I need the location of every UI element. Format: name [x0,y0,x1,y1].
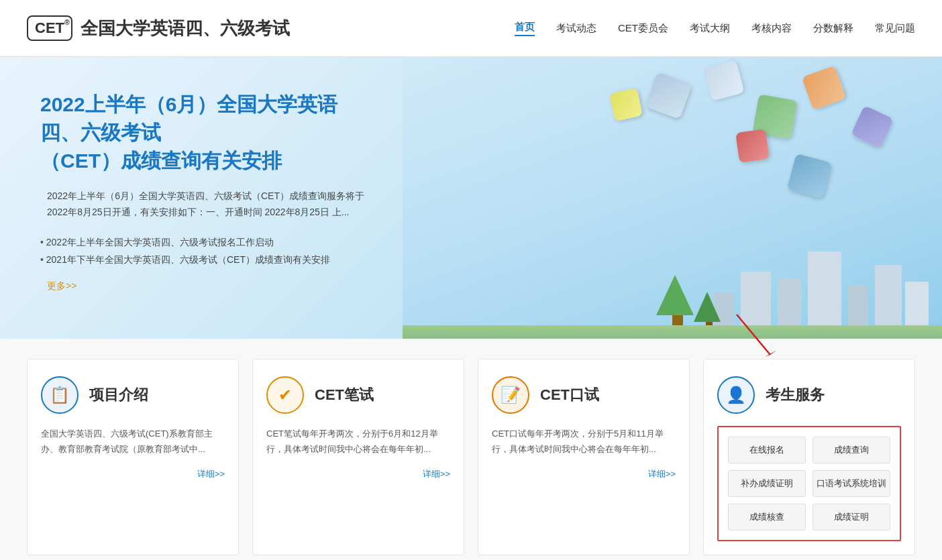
hero-banner: 2022上半年（6月）全国大学英语四、六级考试（CET）成绩查询有关安排 202… [0,57,942,339]
hero-list: 2022年上半年全国大学英语四、六级考试报名工作启动 2021年下半年全国大学英… [40,234,369,269]
online-register-button[interactable]: 在线报名 [728,437,806,463]
oral-icon: 📝 [492,376,529,414]
card-link[interactable]: 详细>> [266,468,450,480]
nav-committee[interactable]: CET委员会 [618,22,668,35]
hero-image [403,57,942,339]
score-query-button[interactable]: 成绩查询 [813,437,890,463]
logo-area: CET® 全国大学英语四、六级考试 [27,15,290,41]
card-title: 项目介绍 [89,385,148,405]
hero-list-item[interactable]: 2022年上半年全国大学英语四、六级考试报名工作启动 [40,234,369,251]
card-header: 📋 项目介绍 [41,376,225,414]
service-buttons-grid: 在线报名 成绩查询 补办成绩证明 口语考试系统培训 成绩核查 成绩证明 [717,426,901,541]
written-icon: ✔ [266,376,304,414]
nav-content[interactable]: 考核内容 [751,22,792,35]
nav-syllabus[interactable]: 考试大纲 [690,22,730,35]
main-nav: 首页 考试动态 CET委员会 考试大纲 考核内容 分数解释 常见问题 [515,21,915,36]
card-project-intro: 📋 项目介绍 全国大学英语四、六级考试(CET)系教育部主办、教育部教育考试院（… [27,359,239,555]
cet-logo: CET® [27,15,72,41]
cet-logo-text: CET [35,19,64,36]
hero-title: 2022上半年（6月）全国大学英语四、六级考试（CET）成绩查询有关安排 [40,91,369,175]
card-body: 全国大学英语四、六级考试(CET)系教育部主办、教育部教育考试院（原教育部考试中… [41,426,225,457]
service-card-title: 考生服务 [766,385,825,405]
card-link[interactable]: 详细>> [41,468,225,480]
reissue-cert-button[interactable]: 补办成绩证明 [728,470,806,497]
svg-line-0 [737,315,770,355]
card-title: CET口试 [540,385,599,405]
header: CET® 全国大学英语四、六级考试 首页 考试动态 CET委员会 考试大纲 考核… [0,0,942,57]
service-icon: 👤 [717,376,755,414]
card-cet-written: ✔ CET笔试 CET笔试每年开考两次，分别于6月和12月举行，具体考试时间我中… [252,359,464,555]
project-icon: 📋 [41,376,78,414]
hero-list-item[interactable]: 2021年下半年全国大学英语四、六级考试（CET）成绩查询有关安排 [40,251,369,269]
nav-score-explain[interactable]: 分数解释 [813,22,853,35]
hero-more-link[interactable]: 更多>> [47,280,76,291]
card-body: CET口试每年开考两次，分别于5月和11月举行，具体考试时间我中心将会在每年年初… [492,426,676,457]
score-cert-button[interactable]: 成绩证明 [813,504,890,530]
nav-faq[interactable]: 常见问题 [875,22,915,35]
score-check-button[interactable]: 成绩核查 [728,504,806,530]
cards-section: 📋 项目介绍 全国大学英语四、六级考试(CET)系教育部主办、教育部教育考试院（… [0,339,942,560]
hero-description: 2022年上半年（6月）全国大学英语四、六级考试（CET）成绩查询服务将于202… [40,188,369,221]
oral-training-button[interactable]: 口语考试系统培训 [813,470,890,497]
reg-mark: ® [64,18,70,26]
nav-home[interactable]: 首页 [515,21,535,36]
card-cet-oral: 📝 CET口试 CET口试每年开考两次，分别于5月和11月举行，具体考试时间我中… [478,359,690,555]
service-card-header: 👤 考生服务 [717,376,901,414]
annotation-arrow [733,311,780,365]
hero-content: 2022上半年（6月）全国大学英语四、六级考试（CET）成绩查询有关安排 202… [0,57,403,339]
nav-news[interactable]: 考试动态 [556,22,596,35]
card-title: CET笔试 [315,385,374,405]
card-body: CET笔试每年开考两次，分别于6月和12月举行，具体考试时间我中心将会在每年年初… [266,426,450,457]
card-link[interactable]: 详细>> [492,468,676,480]
card-header: 📝 CET口试 [492,376,676,414]
card-student-service: 👤 考生服务 在线报名 成绩查询 补办成绩证明 口语考试系统培训 成绩核查 成绩… [703,359,915,555]
card-header: ✔ CET笔试 [266,376,450,414]
site-title: 全国大学英语四、六级考试 [81,17,290,40]
